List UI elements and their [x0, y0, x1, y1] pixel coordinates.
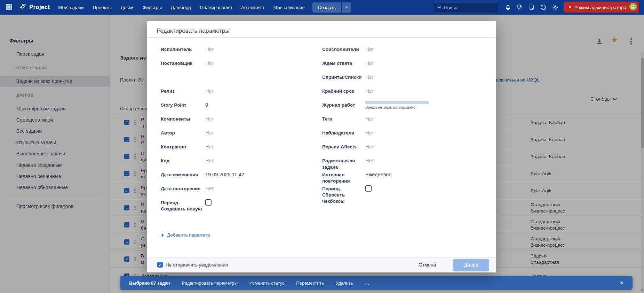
modal-title: Редактировать параметры [157, 28, 230, 34]
field-value-awaiting-reply[interactable]: Нет [365, 60, 374, 66]
field-label-author: Автор [161, 130, 206, 136]
field-label-awaiting-reply: Ждем ответа [322, 60, 367, 67]
nav-analytics[interactable]: Аналитика [241, 5, 264, 10]
field-value-parent-task[interactable]: Нет [365, 158, 374, 163]
rocket-logo-icon [19, 3, 26, 12]
field-value-co-assignees[interactable]: Нет [365, 46, 374, 52]
field-value-reporter[interactable]: Нет [205, 60, 214, 66]
apps-grid-icon[interactable] [6, 4, 13, 10]
field-label-code: Код [161, 158, 206, 164]
modal-header-divider [147, 37, 496, 38]
nav-my-tasks[interactable]: Мои задачи [58, 5, 84, 10]
field-label-release: Релиз [161, 88, 206, 94]
nav-dashboard[interactable]: Дашборд [171, 5, 191, 10]
bulk-more-button[interactable]: … [365, 280, 369, 286]
field-value-components[interactable]: Нет [205, 116, 214, 122]
history-icon[interactable] [540, 4, 547, 11]
note-icon[interactable] [528, 4, 535, 11]
field-label-tags: Теги [322, 116, 367, 122]
field-label-repeat-interval: Интервал повторения [322, 172, 360, 184]
admin-mode-label: Режим администратора [574, 5, 626, 10]
avatar[interactable] [629, 2, 637, 12]
no-notifications-label: Не отправлять уведомления [166, 262, 228, 268]
add-parameter-label: Добавить параметр [167, 232, 210, 238]
worklog-note: Время не зарегистрировано [365, 105, 415, 109]
field-label-sprints-lists: Спринты/Списки [322, 74, 367, 80]
app: Project Мои задачи Проекты Доски Фильтры… [0, 0, 644, 293]
add-parameter-button[interactable]: + Добавить параметр [161, 232, 210, 238]
field-label-assignee: Исполнитель [161, 46, 206, 53]
field-label-modified-date: Дата изменения [161, 172, 206, 178]
create-split-button: Создать [312, 2, 351, 13]
field-label-affects-versions: Версии Affects [322, 144, 367, 150]
nav-planning[interactable]: Планирование [200, 5, 232, 10]
field-label-watchers: Наблюдатели [322, 130, 367, 136]
search-icon [437, 4, 442, 10]
no-notifications-checkbox[interactable]: ✓ [157, 262, 163, 268]
search-input[interactable] [444, 5, 489, 10]
field-label-story-point: Story Point [161, 102, 206, 108]
cancel-button[interactable]: Отмена [419, 262, 436, 268]
field-value-code[interactable]: Нет [205, 158, 214, 163]
next-button[interactable]: Далее [453, 259, 489, 271]
worklog-progress-bar[interactable] [365, 101, 429, 104]
field-value-deadline[interactable]: Нет [365, 88, 374, 94]
field-label-period-create-new: Период. Создавать новую [161, 200, 202, 212]
topbar-icon-group [504, 4, 559, 11]
field-label-worklog: Журнал работ [322, 102, 367, 108]
plus-icon: + [161, 232, 164, 238]
bell-icon[interactable] [504, 4, 511, 11]
field-label-parent-task: Родительская задача [322, 158, 360, 170]
nav-boards[interactable]: Доски [121, 5, 134, 10]
field-value-repeat-date[interactable]: Нет [205, 186, 214, 191]
create-button[interactable]: Создать [312, 2, 341, 13]
field-value-author[interactable]: Нет [205, 130, 214, 136]
field-value-sprints-lists[interactable]: Нет [365, 74, 374, 80]
field-value-watchers[interactable]: Нет [365, 130, 374, 136]
tag-icon[interactable] [516, 4, 523, 11]
modal-footer: ✓ Не отправлять уведомления Отмена Далее [147, 257, 496, 272]
field-value-counterparty[interactable]: Нет [205, 144, 214, 149]
nav-filters[interactable]: Фильтры [143, 5, 162, 10]
field-value-story-point[interactable]: 0 [205, 102, 208, 108]
create-dropdown-button[interactable] [342, 2, 351, 13]
field-label-deadline: Крайний срок [322, 88, 367, 94]
field-value-modified-date[interactable]: 19.09.2025 11:42 [205, 172, 244, 177]
bulk-delete-button[interactable]: Удалить [336, 280, 353, 286]
field-label-repeat-date: Дата повторения [161, 186, 206, 192]
nav-my-company[interactable]: Моя компания [273, 5, 305, 10]
bulk-edit-params-button[interactable]: Редактировать параметры [182, 280, 237, 286]
field-value-assignee[interactable]: Нет [205, 46, 214, 52]
close-icon: × [569, 5, 572, 10]
edit-params-modal: Редактировать параметры Исполнитель Нет … [147, 21, 496, 272]
field-label-co-assignees: Соисполнители [322, 46, 367, 53]
field-value-affects-versions[interactable]: Нет [365, 144, 374, 149]
topbar: Project Мои задачи Проекты Доски Фильтры… [0, 0, 644, 15]
field-value-tags[interactable]: Нет [365, 116, 374, 122]
selected-count-label: Выбрано 87 задач [129, 280, 170, 286]
field-value-repeat-interval[interactable]: Ежедневно [365, 172, 391, 177]
field-label-counterparty: Контрагент [161, 144, 206, 150]
bulk-move-button[interactable]: Переместить [296, 280, 324, 286]
global-search[interactable] [434, 2, 498, 12]
nav-projects[interactable]: Проекты [93, 5, 112, 10]
field-value-release[interactable]: Нет [205, 88, 214, 94]
field-label-period-reset-checkboxes: Период. Сбросить чекбоксы [322, 186, 364, 205]
period-create-new-checkbox[interactable] [205, 199, 212, 206]
gear-icon[interactable] [552, 4, 559, 11]
close-icon[interactable]: × [620, 279, 623, 286]
admin-mode-button[interactable]: × Режим администратора [564, 2, 639, 13]
period-reset-checkboxes-checkbox[interactable] [365, 185, 372, 192]
chevron-down-icon [345, 6, 348, 8]
app-logo[interactable]: Project [19, 3, 50, 12]
main-nav: Мои задачи Проекты Доски Фильтры Дашборд… [58, 5, 305, 10]
bulk-change-status-button[interactable]: Изменить статус [249, 280, 284, 286]
field-label-reporter: Постановщик [161, 60, 206, 67]
bulk-actions-bar: Выбрано 87 задач Редактировать параметры… [120, 276, 633, 290]
field-label-components: Компоненты [161, 116, 206, 122]
brand-name: Project [29, 4, 50, 11]
